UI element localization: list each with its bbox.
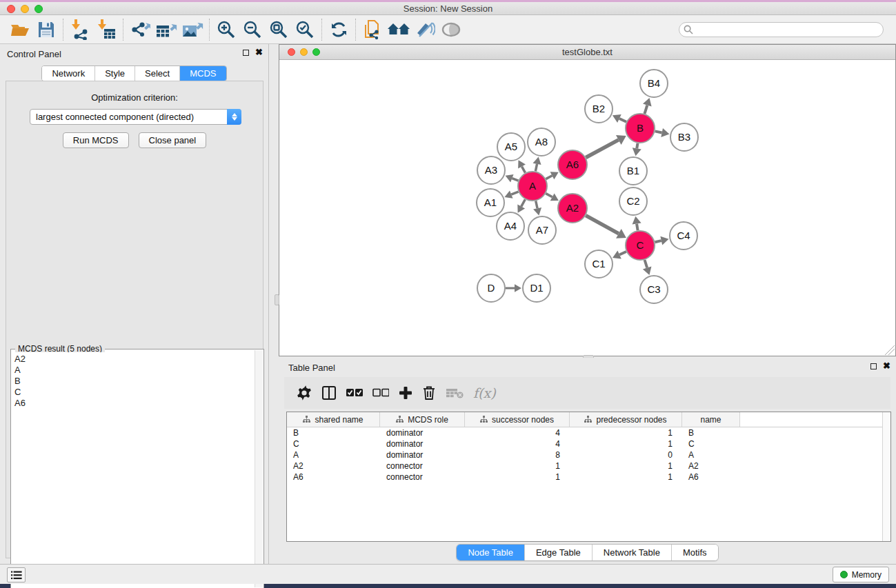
node-A1[interactable]: A1 [477, 189, 504, 216]
toolbar-search-field[interactable] [679, 22, 884, 37]
open-session-icon[interactable] [7, 18, 33, 41]
cell-shared-name[interactable]: B [287, 428, 380, 438]
cell-predecessor-nodes[interactable]: 1 [570, 439, 682, 449]
cell-MCDS-role[interactable]: dominator [380, 450, 465, 460]
cell-MCDS-role[interactable]: connector [380, 461, 465, 471]
table-row[interactable]: A6connector11A6 [287, 472, 890, 483]
function-builder-icon[interactable]: f(x) [473, 385, 496, 401]
select-all-icon[interactable] [346, 388, 363, 398]
tab-select[interactable]: Select [135, 66, 180, 81]
cell-shared-name[interactable]: A6 [287, 472, 380, 482]
node-B[interactable]: B [626, 114, 655, 143]
zoom-out-icon[interactable] [239, 18, 266, 41]
node-C3[interactable]: C3 [640, 276, 668, 303]
node-B4[interactable]: B4 [640, 70, 668, 97]
zoom-in-icon[interactable] [213, 18, 239, 41]
edge-C-C4[interactable] [655, 236, 668, 245]
float-table-panel-icon[interactable] [870, 363, 877, 369]
cell-successor-nodes[interactable]: 8 [465, 450, 570, 460]
column-header-MCDS-role[interactable]: MCDS role [380, 412, 465, 427]
node-C2[interactable]: C2 [619, 187, 647, 215]
tab-motifs[interactable]: Motifs [672, 545, 718, 560]
node-A4[interactable]: A4 [497, 212, 524, 240]
cell-shared-name[interactable]: A2 [287, 461, 380, 471]
edge-A-A2[interactable] [546, 193, 559, 201]
zoom-fit-icon[interactable] [266, 18, 292, 41]
import-table-icon[interactable] [93, 18, 119, 41]
node-A3[interactable]: A3 [477, 156, 505, 184]
node-C1[interactable]: C1 [585, 250, 613, 278]
close-panel-icon[interactable]: ✖ [255, 49, 263, 56]
network-canvas[interactable]: B4B2BB3A5A8A6A3B1AC2A1A2A4A7C4CC1DD1C3 [279, 60, 895, 356]
deselect-all-icon[interactable] [372, 388, 389, 398]
float-panel-icon[interactable] [243, 50, 249, 56]
edge-C-C2[interactable] [633, 216, 641, 231]
node-A7[interactable]: A7 [528, 216, 556, 244]
cell-MCDS-role[interactable]: dominator [380, 439, 465, 449]
node-D1[interactable]: D1 [523, 274, 550, 302]
homes-icon[interactable] [386, 18, 412, 41]
hide-graphics-details-icon[interactable] [412, 18, 438, 41]
cell-predecessor-nodes[interactable]: 1 [570, 428, 682, 438]
cell-name[interactable]: B [682, 428, 740, 438]
cell-MCDS-role[interactable]: connector [380, 472, 465, 482]
vertical-splitter-handle[interactable] [275, 294, 279, 305]
mcds-result-list[interactable]: A2ABCA6 [12, 352, 255, 587]
edge-A2-C[interactable] [586, 216, 626, 239]
cell-name[interactable]: A6 [682, 472, 740, 482]
node-A8[interactable]: A8 [528, 128, 555, 156]
zoom-selected-icon[interactable] [292, 18, 318, 41]
result-item[interactable]: A2 [14, 354, 255, 365]
table-row[interactable]: Adominator80A [287, 449, 890, 460]
memory-button[interactable]: Memory [833, 567, 889, 582]
tab-network[interactable]: Network [42, 66, 95, 81]
edge-A-A7[interactable] [533, 201, 541, 215]
table-row[interactable]: A2connector11A2 [287, 460, 890, 472]
table-scrollbar[interactable] [882, 412, 890, 541]
delete-column-icon[interactable] [422, 385, 436, 401]
save-session-icon[interactable] [33, 18, 59, 41]
node-B2[interactable]: B2 [585, 95, 613, 123]
node-A[interactable]: A [518, 172, 547, 201]
cell-MCDS-role[interactable]: dominator [380, 428, 465, 438]
edge-A-A1[interactable] [504, 190, 518, 198]
node-C4[interactable]: C4 [670, 222, 697, 250]
close-table-panel-icon[interactable]: ✖ [883, 363, 890, 369]
import-network-icon[interactable] [67, 18, 93, 41]
column-header-name[interactable]: name [682, 412, 740, 427]
node-table[interactable]: shared nameMCDS rolesuccessor nodesprede… [286, 412, 891, 542]
edge-A-A3[interactable] [506, 174, 519, 182]
cell-shared-name[interactable]: A [287, 450, 380, 460]
cell-successor-nodes[interactable]: 4 [465, 439, 570, 449]
cell-predecessor-nodes[interactable]: 1 [570, 461, 682, 471]
node-A6[interactable]: A6 [558, 150, 587, 179]
tab-network-table[interactable]: Network Table [593, 545, 672, 560]
node-D[interactable]: D [477, 274, 505, 302]
edge-C-C1[interactable] [613, 250, 626, 258]
table-row[interactable]: Cdominator41C [287, 438, 890, 449]
cell-successor-nodes[interactable]: 1 [465, 461, 570, 471]
delete-table-icon[interactable] [446, 387, 464, 399]
edge-A-A8[interactable] [533, 157, 541, 172]
edge-B-B3[interactable] [655, 128, 670, 137]
column-header-successor-nodes[interactable]: successor nodes [465, 412, 570, 427]
column-chooser-icon[interactable] [321, 385, 337, 401]
cell-predecessor-nodes[interactable]: 1 [570, 472, 682, 482]
column-header-predecessor-nodes[interactable]: predecessor nodes [570, 412, 682, 427]
edge-D-D1[interactable] [506, 284, 521, 292]
cell-successor-nodes[interactable]: 1 [465, 472, 570, 482]
table-row[interactable]: Bdominator41B [287, 427, 890, 438]
cell-name[interactable]: A [682, 450, 740, 460]
node-A5[interactable]: A5 [497, 133, 525, 161]
cell-name[interactable]: A2 [682, 461, 740, 471]
result-item[interactable]: C [14, 387, 255, 398]
tab-edge-table[interactable]: Edge Table [525, 545, 593, 560]
add-column-icon[interactable] [399, 386, 412, 400]
table-settings-icon[interactable] [297, 385, 312, 401]
eye-icon[interactable] [438, 18, 464, 41]
network-window-titlebar[interactable]: testGlobe.txt [279, 45, 895, 60]
result-item[interactable]: A [14, 365, 255, 376]
cell-shared-name[interactable]: C [287, 439, 380, 449]
run-mcds-button[interactable]: Run MCDS [63, 132, 129, 148]
new-network-from-selection-icon[interactable] [359, 18, 386, 41]
